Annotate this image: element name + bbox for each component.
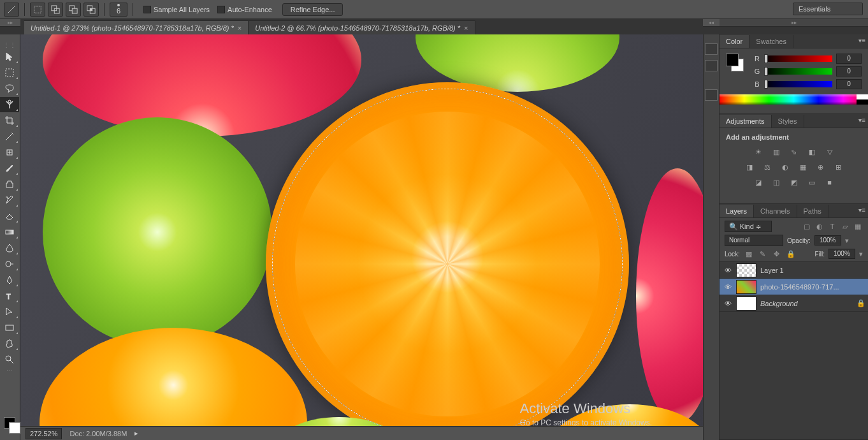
vibrance-icon[interactable]: ▽: [823, 146, 836, 158]
hand-tool[interactable]: [0, 336, 19, 351]
dock-icon-properties[interactable]: [705, 60, 718, 71]
healing-brush-tool[interactable]: [0, 145, 19, 160]
dock-icon-history[interactable]: [705, 43, 718, 55]
gradient-map-icon[interactable]: ▭: [806, 177, 818, 188]
gradient-tool[interactable]: [0, 224, 19, 240]
close-tab-icon[interactable]: ×: [464, 24, 468, 32]
move-tool[interactable]: [0, 49, 19, 64]
layer-thumbnail[interactable]: [736, 263, 756, 277]
opacity-input[interactable]: 100%: [814, 235, 841, 246]
panels-expand-handle[interactable]: ▸▸: [720, 19, 868, 27]
brush-tool[interactable]: [0, 161, 19, 176]
rectangle-tool[interactable]: [0, 320, 19, 335]
hue-saturation-icon[interactable]: ◨: [743, 161, 756, 173]
panel-menu-icon[interactable]: ▾≡: [858, 117, 865, 124]
layer-row[interactable]: 👁 Background 🔒: [720, 295, 868, 312]
channel-mixer-icon[interactable]: ⊕: [814, 161, 827, 173]
levels-icon[interactable]: ▥: [770, 146, 783, 158]
sample-all-layers-checkbox[interactable]: Sample All Layers: [143, 6, 210, 13]
quick-selection-tool[interactable]: [0, 97, 19, 112]
layer-thumbnail[interactable]: [736, 280, 756, 294]
add-selection-icon[interactable]: [48, 3, 63, 17]
lasso-tool[interactable]: [0, 81, 19, 96]
tab-layers[interactable]: Layers: [720, 205, 754, 217]
layer-thumbnail[interactable]: [736, 297, 756, 311]
status-arrow-icon[interactable]: ▸: [134, 429, 138, 437]
refine-edge-button[interactable]: Refine Edge...: [282, 3, 344, 16]
dock-icon-3d[interactable]: [705, 89, 718, 101]
tab-paths[interactable]: Paths: [797, 205, 828, 217]
tab-color[interactable]: Color: [720, 35, 749, 48]
filter-shape-icon[interactable]: ▱: [840, 222, 850, 231]
layer-row[interactable]: 👁 Layer 1: [720, 262, 868, 279]
lock-position-icon[interactable]: ✥: [772, 249, 782, 258]
canvas[interactable]: Activate Windows Go to PC settings to ac…: [20, 34, 703, 440]
filter-type-icon[interactable]: T: [827, 222, 837, 231]
workspace-switcher[interactable]: Essentials: [793, 3, 863, 15]
tab-swatches[interactable]: Swatches: [749, 35, 793, 48]
filter-adjustment-icon[interactable]: ◐: [814, 222, 825, 231]
invert-icon[interactable]: ◪: [752, 177, 765, 188]
red-slider[interactable]: [764, 55, 832, 62]
posterize-icon[interactable]: ◫: [770, 177, 783, 188]
blue-slider[interactable]: [764, 81, 832, 87]
layer-filter-kind[interactable]: 🔍 Kind ≑: [725, 221, 772, 232]
zoom-level[interactable]: 272.52%: [25, 428, 62, 439]
color-balance-icon[interactable]: ⚖: [761, 161, 774, 173]
subtract-selection-icon[interactable]: [66, 3, 81, 17]
intersect-selection-icon[interactable]: [83, 3, 99, 17]
blend-mode-select[interactable]: Normal: [725, 235, 783, 246]
color-swatch[interactable]: [726, 54, 744, 71]
pen-tool[interactable]: [0, 272, 19, 288]
eraser-tool[interactable]: [0, 209, 19, 224]
dock-expand-handle[interactable]: ◂◂: [703, 19, 720, 27]
selective-color-icon[interactable]: ■: [823, 177, 836, 188]
history-brush-tool[interactable]: [0, 193, 19, 208]
visibility-icon[interactable]: 👁: [723, 266, 732, 275]
threshold-icon[interactable]: ◩: [788, 177, 800, 188]
color-chips[interactable]: [0, 414, 20, 440]
blue-value[interactable]: 0: [836, 79, 862, 89]
tab-channels[interactable]: Channels: [754, 205, 797, 217]
fill-flyout-icon[interactable]: ▾: [859, 250, 863, 258]
red-value[interactable]: 0: [836, 54, 862, 64]
type-tool[interactable]: T: [0, 288, 19, 304]
dodge-tool[interactable]: [0, 256, 19, 272]
lock-transparency-icon[interactable]: ▩: [744, 249, 754, 258]
document-tab-2[interactable]: Untitled-2 @ 66.7% (photo-1546548970-717…: [249, 20, 475, 34]
eyedropper-tool[interactable]: [0, 129, 19, 144]
photo-filter-icon[interactable]: ▦: [797, 161, 809, 173]
toolbar-expand-handle[interactable]: ▸▸: [0, 19, 20, 27]
zoom-tool[interactable]: [0, 352, 19, 367]
toolbar-grip[interactable]: ⋮⋮: [0, 42, 19, 47]
curves-icon[interactable]: ⬂: [788, 146, 800, 158]
tab-adjustments[interactable]: Adjustments: [720, 115, 772, 128]
brush-size-picker[interactable]: 6: [110, 3, 127, 17]
lock-image-icon[interactable]: ✎: [758, 249, 768, 258]
crop-tool[interactable]: [0, 113, 19, 128]
clone-stamp-tool[interactable]: [0, 177, 19, 192]
filter-smart-icon[interactable]: ▦: [853, 222, 863, 231]
panel-menu-icon[interactable]: ▾≡: [858, 37, 865, 44]
new-selection-icon[interactable]: [30, 3, 45, 17]
opacity-flyout-icon[interactable]: ▾: [845, 237, 849, 245]
fill-input[interactable]: 100%: [828, 249, 855, 259]
document-info[interactable]: Doc: 2.00M/3.88M: [69, 430, 127, 437]
green-slider[interactable]: [764, 68, 832, 75]
visibility-icon[interactable]: 👁: [723, 282, 732, 291]
marquee-tool[interactable]: [0, 65, 19, 80]
black-white-icon[interactable]: ◐: [779, 161, 792, 173]
close-tab-icon[interactable]: ×: [238, 24, 242, 32]
lock-all-icon[interactable]: 🔒: [786, 249, 796, 258]
green-value[interactable]: 0: [836, 66, 862, 77]
auto-enhance-checkbox[interactable]: Auto-Enhance: [217, 6, 272, 13]
filter-pixel-icon[interactable]: ▢: [802, 222, 812, 231]
panel-menu-icon[interactable]: ▾≡: [858, 207, 865, 214]
background-color[interactable]: [9, 422, 20, 434]
color-spectrum[interactable]: [720, 94, 868, 105]
document-tab-1[interactable]: Untitled-1 @ 273% (photo-1546548970-7178…: [24, 20, 249, 34]
tool-preset-picker[interactable]: [4, 3, 19, 17]
blur-tool[interactable]: [0, 240, 19, 256]
path-selection-tool[interactable]: [0, 304, 19, 319]
brightness-contrast-icon[interactable]: ☀: [752, 146, 765, 158]
